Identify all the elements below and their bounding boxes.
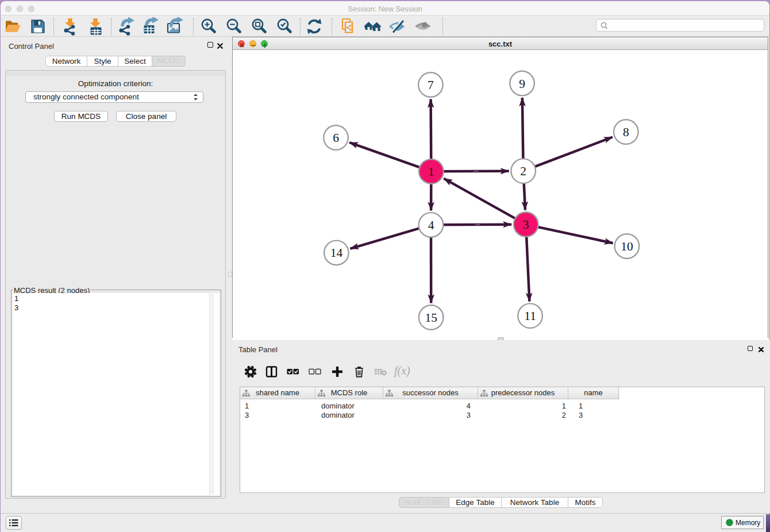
svg-text:10: 10 [621, 240, 633, 253]
svg-text:8: 8 [623, 125, 629, 139]
svg-text:11: 11 [524, 309, 536, 323]
svg-text:3: 3 [523, 218, 529, 232]
svg-text:1: 1 [428, 165, 434, 179]
svg-text:14: 14 [330, 246, 343, 260]
svg-text:2: 2 [520, 164, 526, 178]
svg-text:9: 9 [519, 77, 525, 91]
svg-text:7: 7 [428, 78, 434, 92]
svg-text:4: 4 [428, 218, 434, 232]
svg-text:15: 15 [425, 311, 437, 325]
svg-text:6: 6 [333, 131, 339, 145]
